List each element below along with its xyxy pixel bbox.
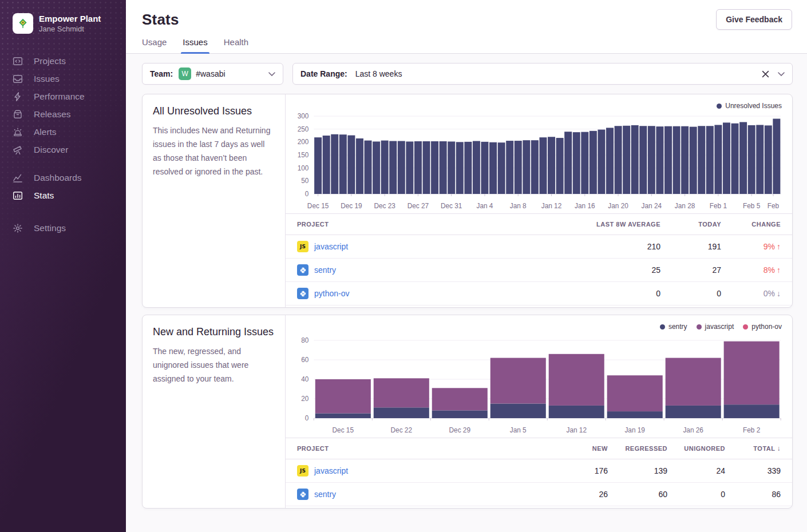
legend-item-unresolved-issues[interactable]: Unresolved Issues (717, 102, 782, 110)
legend-label: sentry (668, 323, 687, 331)
panel-description: This includes New and Returning issues i… (153, 124, 275, 178)
org-logo (13, 13, 33, 34)
clear-date-range-icon[interactable] (762, 70, 769, 78)
legend-label: python-ov (751, 323, 782, 331)
table-row: JSjavascript17613924339 (286, 459, 792, 483)
sidebar-item-label: Dashboards (34, 173, 82, 183)
chevron-down-icon[interactable] (778, 72, 785, 76)
sidebar-item-stats[interactable]: Stats (0, 186, 126, 204)
svg-text:Dec 15: Dec 15 (307, 202, 329, 210)
platform-icon-javascript: JS (297, 465, 308, 477)
chart-legend: Unresolved Issues (717, 102, 782, 110)
platform-icon-javascript: JS (297, 241, 308, 252)
value-cell: 191 (660, 242, 721, 251)
tab-usage[interactable]: Usage (142, 37, 167, 53)
legend-item-javascript[interactable]: javascript (697, 323, 734, 331)
svg-text:50: 50 (301, 177, 309, 185)
date-range-label: Date Range: (300, 69, 347, 78)
sidebar-item-projects[interactable]: Projects (0, 52, 126, 70)
sidebar-item-alerts[interactable]: Alerts (0, 123, 126, 141)
column-header-unignored[interactable]: UNIGNORED (667, 445, 725, 452)
table-row: sentry25278%↑ (286, 259, 792, 282)
tab-issues[interactable]: Issues (183, 37, 207, 53)
project-cell: JSjavascript (297, 465, 545, 477)
arrow-up-icon: ↑ (777, 242, 781, 251)
value-cell: 24 (667, 466, 725, 475)
project-cell: sentry (297, 489, 545, 500)
sort-descending-icon: ↓ (777, 444, 781, 452)
sidebar-item-discover[interactable]: Discover (0, 141, 126, 158)
svg-text:Jan 8: Jan 8 (510, 202, 527, 210)
content: Team: W #wasabi Date Range: Last 8 weeks (126, 54, 807, 532)
column-header-project[interactable]: PROJECT (297, 221, 557, 228)
dashboards-icon (13, 173, 23, 183)
svg-text:Jan 20: Jan 20 (608, 202, 628, 210)
svg-text:Jan 26: Jan 26 (683, 426, 703, 434)
give-feedback-button[interactable]: Give Feedback (716, 9, 792, 30)
svg-text:Jan 12: Jan 12 (566, 426, 587, 434)
sidebar-item-dashboards[interactable]: Dashboards (0, 169, 126, 186)
sidebar-item-performance[interactable]: Performance (0, 88, 126, 105)
svg-text:20: 20 (301, 395, 309, 403)
column-header-last-8w-average[interactable]: LAST 8W AVERAGE (557, 221, 660, 228)
nav-section: ProjectsIssuesPerformanceReleasesAlertsD… (0, 52, 126, 158)
svg-text:Dec 31: Dec 31 (441, 202, 462, 210)
svg-text:Dec 22: Dec 22 (391, 426, 413, 434)
legend-item-sentry[interactable]: sentry (660, 323, 687, 331)
org-switcher[interactable]: Empower Plant Jane Schmidt (0, 0, 126, 34)
sidebar-item-releases[interactable]: Releases (0, 105, 126, 123)
legend-label: javascript (705, 323, 734, 331)
team-avatar: W (179, 68, 191, 80)
sidebar-item-settings[interactable]: Settings (0, 219, 126, 237)
sidebar-item-label: Performance (34, 92, 85, 102)
svg-text:200: 200 (298, 138, 309, 146)
sidebar-item-label: Releases (34, 109, 71, 120)
platform-icon-python (297, 264, 308, 276)
sidebar-item-label: Projects (34, 56, 66, 66)
sidebar-item-label: Discover (34, 145, 68, 155)
column-header-today[interactable]: TODAY (660, 221, 721, 228)
user-name: Jane Schmidt (39, 25, 101, 33)
legend-dot (717, 104, 722, 109)
date-range-select[interactable]: Date Range: Last 8 weeks (292, 63, 793, 85)
svg-text:Dec 27: Dec 27 (408, 202, 429, 210)
table-body: JSjavascript2101919%↑sentry25278%↑python… (286, 235, 792, 307)
project-link[interactable]: javascript (314, 242, 348, 251)
team-select[interactable]: Team: W #wasabi (142, 63, 283, 85)
value-cell: 0 (660, 289, 721, 298)
column-header-regressed[interactable]: REGRESSED (608, 445, 667, 452)
sidebar-item-issues[interactable]: Issues (0, 70, 126, 88)
panel-title: All Unresolved Issues (153, 105, 275, 117)
value-cell: 0 (667, 490, 725, 499)
page-title: Stats (142, 0, 792, 29)
legend-item-python-ov[interactable]: python-ov (743, 323, 782, 331)
panel-description: The new, regressed, and unignored issues… (153, 344, 275, 386)
project-link[interactable]: javascript (314, 466, 348, 475)
project-cell: python-ov (297, 288, 557, 299)
unresolved-issues-table: PROJECTLAST 8W AVERAGETODAYCHANGEJSjavas… (286, 213, 792, 307)
column-header-change[interactable]: CHANGE (721, 221, 781, 228)
project-link[interactable]: sentry (314, 490, 336, 499)
sidebar-item-label: Issues (34, 74, 60, 84)
project-link[interactable]: python-ov (314, 289, 349, 298)
svg-text:Dec 23: Dec 23 (374, 202, 395, 210)
new-returning-issues-table: PROJECTNEWREGRESSEDUNIGNOREDTOTAL↓JSjava… (286, 438, 792, 508)
column-header-total[interactable]: TOTAL↓ (725, 444, 781, 452)
column-header-new[interactable]: NEW (545, 445, 608, 452)
performance-icon (13, 92, 23, 102)
column-header-project[interactable]: PROJECT (297, 445, 545, 452)
chevron-down-icon[interactable] (268, 72, 275, 76)
project-cell: JSjavascript (297, 241, 557, 252)
svg-text:Feb 5: Feb 5 (743, 202, 761, 210)
chart-legend: sentryjavascriptpython-ov (660, 323, 782, 331)
tab-health[interactable]: Health (224, 37, 248, 53)
platform-icon-python (297, 288, 308, 299)
svg-text:150: 150 (298, 151, 309, 159)
change-cell: 0%↓ (721, 289, 781, 298)
value-cell: 60 (608, 490, 667, 499)
project-link[interactable]: sentry (314, 265, 336, 275)
change-value: 8% (764, 265, 775, 275)
svg-text:Feb: Feb (768, 202, 780, 210)
legend-label: Unresolved Issues (725, 102, 782, 110)
team-value: #wasabi (196, 69, 225, 78)
